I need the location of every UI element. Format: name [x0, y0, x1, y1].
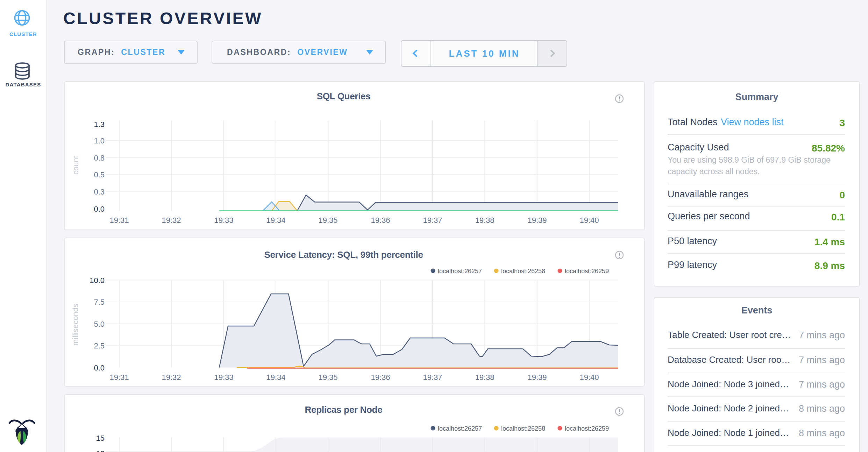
- svg-text:19:38: 19:38: [475, 373, 494, 382]
- svg-text:localhost:26258: localhost:26258: [501, 425, 545, 432]
- svg-text:0.0: 0.0: [94, 205, 105, 213]
- svg-text:5.0: 5.0: [94, 320, 105, 329]
- svg-text:19:33: 19:33: [214, 373, 233, 382]
- svg-text:19:36: 19:36: [371, 216, 390, 225]
- svg-text:19:31: 19:31: [109, 373, 129, 382]
- svg-text:7.5: 7.5: [94, 298, 105, 306]
- svg-text:19:32: 19:32: [162, 373, 181, 382]
- svg-text:19:34: 19:34: [266, 216, 285, 225]
- svg-text:localhost:26258: localhost:26258: [501, 268, 545, 275]
- svg-text:19:34: 19:34: [266, 373, 285, 382]
- svg-text:19:39: 19:39: [527, 216, 547, 225]
- svg-text:10: 10: [96, 449, 105, 452]
- svg-text:19:40: 19:40: [579, 373, 599, 382]
- svg-text:localhost:26259: localhost:26259: [565, 425, 609, 432]
- svg-text:19:37: 19:37: [423, 373, 442, 382]
- svg-text:19:39: 19:39: [527, 373, 547, 382]
- svg-text:19:40: 19:40: [579, 216, 599, 225]
- svg-text:localhost:26259: localhost:26259: [565, 268, 609, 275]
- svg-text:milliseconds: milliseconds: [71, 304, 80, 346]
- svg-text:0.3: 0.3: [94, 188, 105, 196]
- svg-text:19:32: 19:32: [162, 216, 181, 225]
- svg-text:1.0: 1.0: [94, 136, 105, 145]
- svg-text:19:35: 19:35: [318, 373, 337, 382]
- svg-text:19:36: 19:36: [371, 373, 390, 382]
- svg-text:0.0: 0.0: [94, 363, 105, 372]
- svg-text:19:35: 19:35: [318, 216, 337, 225]
- svg-text:19:31: 19:31: [109, 216, 129, 225]
- svg-text:2.5: 2.5: [94, 341, 105, 350]
- svg-text:localhost:26257: localhost:26257: [438, 268, 482, 275]
- svg-text:1.3: 1.3: [94, 120, 105, 129]
- svg-text:10.0: 10.0: [90, 276, 105, 285]
- svg-text:15: 15: [96, 434, 105, 443]
- svg-text:19:38: 19:38: [475, 216, 494, 225]
- svg-text:localhost:26257: localhost:26257: [438, 425, 482, 432]
- svg-text:19:33: 19:33: [214, 216, 233, 225]
- svg-text:0.8: 0.8: [94, 154, 105, 162]
- svg-text:19:37: 19:37: [423, 216, 442, 225]
- svg-text:0.5: 0.5: [94, 170, 105, 179]
- svg-text:count: count: [71, 156, 80, 175]
